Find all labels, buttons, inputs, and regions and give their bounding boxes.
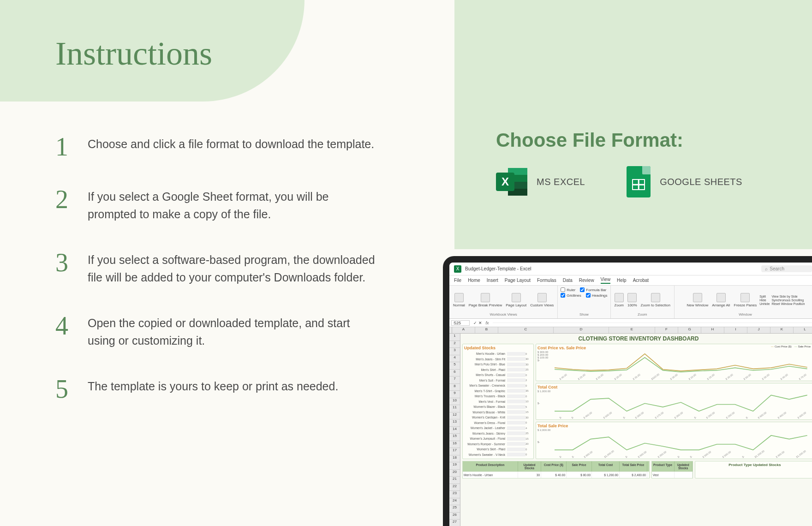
- row-header[interactable]: 1: [449, 334, 460, 341]
- row-header[interactable]: 15: [449, 434, 460, 441]
- row-header[interactable]: 11: [449, 405, 460, 412]
- instruction-step: 4 Open the copied or downloaded template…: [55, 313, 378, 349]
- menu-acrobat[interactable]: Acrobat: [633, 278, 649, 283]
- menu-file[interactable]: File: [454, 278, 461, 283]
- row-header[interactable]: 24: [449, 498, 460, 506]
- search-icon: ⌕: [765, 266, 768, 271]
- gridlines-checkbox[interactable]: Gridlines: [561, 293, 581, 298]
- format-label: MS EXCEL: [537, 177, 585, 187]
- view-side-by-side-button[interactable]: View Side by Side: [771, 295, 805, 298]
- formula-bar-checkbox[interactable]: Formula Bar: [580, 287, 606, 292]
- product-table: Product Description Updated Stocks Cost …: [462, 461, 650, 478]
- row-header[interactable]: 27: [449, 520, 460, 526]
- search-box[interactable]: ⌕ Search: [761, 265, 812, 272]
- row-header[interactable]: 19: [449, 462, 460, 470]
- stock-row: Women's Dress - Floral0: [464, 420, 532, 426]
- row-header[interactable]: 8: [449, 384, 460, 391]
- freeze-panes-button[interactable]: Freeze Panes: [733, 292, 758, 308]
- synchronous-scrolling-button[interactable]: Synchronous Scrolling: [771, 299, 805, 302]
- row-header[interactable]: 12: [449, 412, 460, 420]
- row-header[interactable]: 25: [449, 505, 460, 513]
- dashboard-title: CLOTHING STORE INVENTORY DASHBOARD: [462, 335, 812, 342]
- row-header[interactable]: 3: [449, 348, 460, 355]
- instruction-step: 2 If you select a Google Sheet format, y…: [55, 186, 378, 223]
- ribbon-group-workbook-views: Normal Page Break Preview Page Layout Cu…: [449, 286, 558, 318]
- name-box[interactable]: S25: [451, 320, 470, 326]
- format-label: GOOGLE SHEETS: [660, 177, 742, 187]
- dashboard-content: CLOTHING STORE INVENTORY DASHBOARD Updat…: [460, 334, 812, 526]
- new-window-button[interactable]: New Window: [686, 292, 710, 308]
- headings-checkbox[interactable]: Headings: [586, 293, 608, 298]
- menu-view[interactable]: View: [601, 277, 611, 284]
- excel-screenshot: X Budget-Ledger-Template - Excel ⌕ Searc…: [449, 263, 812, 526]
- document-title: Budget-Ledger-Template - Excel: [465, 266, 531, 271]
- cost-vs-sale-chart: Cost Price vs. Sale Price Cost Price ($)…: [536, 344, 812, 381]
- split-button[interactable]: Split: [759, 295, 770, 298]
- row-header[interactable]: 6: [449, 370, 460, 377]
- step-text: The template is yours to keep or print a…: [88, 376, 338, 395]
- formula-input[interactable]: [493, 323, 812, 323]
- row-header[interactable]: 7: [449, 377, 460, 384]
- step-text: If you select a software-based program, …: [88, 250, 378, 286]
- menu-formulas[interactable]: Formulas: [537, 278, 556, 283]
- menu-page-layout[interactable]: Page Layout: [505, 278, 531, 283]
- hide-button[interactable]: Hide: [759, 299, 770, 302]
- reset-window-position-button[interactable]: Reset Window Position: [771, 302, 805, 305]
- ruler-checkbox[interactable]: Ruler: [561, 287, 575, 292]
- row-header[interactable]: 26: [449, 513, 460, 520]
- row-header[interactable]: 23: [449, 491, 460, 498]
- row-header[interactable]: 21: [449, 477, 460, 484]
- row-header[interactable]: 18: [449, 455, 460, 463]
- total-cost-chart: Total Cost $ 1,000.00 $- $-$-$ 450.00$ 5…: [536, 383, 812, 420]
- ribbon-group-show: Ruler Formula Bar Gridlines Headings Sho…: [558, 286, 610, 318]
- zoom-selection-button[interactable]: Zoom to Selection: [640, 292, 671, 308]
- zoom-button[interactable]: Zoom: [614, 292, 625, 308]
- zoom-100-button[interactable]: 100%: [627, 292, 638, 308]
- menu-data[interactable]: Data: [563, 278, 573, 283]
- stock-row: Women's Sweater - V-Neck0: [464, 452, 532, 458]
- instruction-step: 3 If you select a software-based program…: [55, 250, 378, 286]
- menu-home[interactable]: Home: [468, 278, 480, 283]
- stock-row: Men's Trousers - Black0: [464, 394, 532, 399]
- row-header[interactable]: 17: [449, 448, 460, 455]
- row-header[interactable]: 2: [449, 341, 460, 348]
- row-header[interactable]: 13: [449, 419, 460, 427]
- step-number: 5: [55, 376, 88, 402]
- stock-row: Women's Jumpsuit - Floral15: [464, 436, 532, 442]
- menu-review[interactable]: Review: [579, 278, 594, 283]
- stock-row: Women's Jeans - Skinny25: [464, 431, 532, 436]
- stock-row: Men's Jeans - Slim Fit30: [464, 357, 532, 362]
- stock-row: Men's Sweater - Crewneck0: [464, 383, 532, 389]
- normal-button[interactable]: Normal: [452, 292, 466, 308]
- instruction-step: 1 Choose and click a file format to down…: [55, 134, 378, 160]
- excel-app-icon: X: [454, 265, 461, 273]
- unhide-button[interactable]: Unhide: [759, 302, 770, 305]
- format-options: X MS EXCEL GOOGLE SHEETS: [496, 166, 742, 197]
- arrange-all-button[interactable]: Arrange All: [711, 292, 731, 308]
- row-header[interactable]: 20: [449, 470, 460, 477]
- stock-row: Men's Suit - Formal2: [464, 378, 532, 383]
- row-header[interactable]: 9: [449, 391, 460, 398]
- row-header[interactable]: 5: [449, 362, 460, 370]
- ms-excel-button[interactable]: X MS EXCEL: [496, 166, 585, 197]
- instruction-step: 5 The template is yours to keep or print…: [55, 376, 378, 402]
- row-header[interactable]: 10: [449, 398, 460, 406]
- page-break-button[interactable]: Page Break Preview: [468, 292, 503, 308]
- stock-row: Men's Polo Shirt - Blue30: [464, 362, 532, 367]
- excel-menu: File Home Insert Page Layout Formulas Da…: [449, 275, 812, 286]
- custom-views-button[interactable]: Custom Views: [529, 292, 555, 308]
- ribbon-group-zoom: Zoom 100% Zoom to Selection Zoom: [611, 286, 675, 318]
- stock-row: Women's Cardigan - Knit30: [464, 415, 532, 420]
- google-sheets-button[interactable]: GOOGLE SHEETS: [627, 166, 742, 197]
- stock-row: Men's Shorts - Casual0: [464, 372, 532, 378]
- menu-help[interactable]: Help: [617, 278, 627, 283]
- menu-insert[interactable]: Insert: [487, 278, 498, 283]
- row-header[interactable]: 16: [449, 441, 460, 448]
- row-header[interactable]: 14: [449, 427, 460, 434]
- step-text: Open the copied or downloaded template, …: [88, 313, 378, 349]
- row-header[interactable]: 4: [449, 355, 460, 363]
- right-panel-background: [454, 0, 812, 249]
- spreadsheet-area: A B C D E F G H I J K L 1234567891011121…: [449, 327, 812, 526]
- row-header[interactable]: 22: [449, 484, 460, 491]
- page-layout-button[interactable]: Page Layout: [505, 292, 527, 308]
